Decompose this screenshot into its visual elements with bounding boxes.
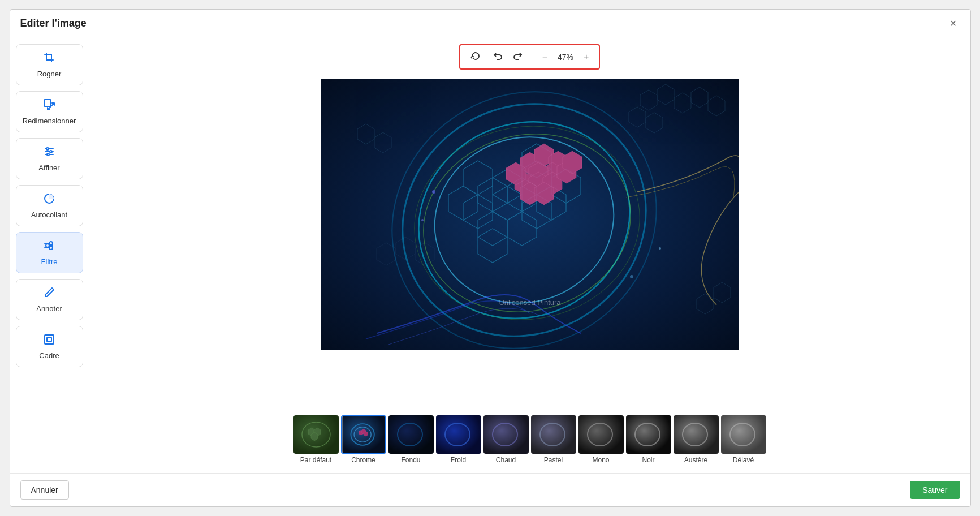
svg-marker-81 [364, 431, 368, 436]
frame-icon [43, 333, 55, 349]
svg-rect-88 [531, 415, 576, 454]
filter-item-noir[interactable]: Noir [626, 415, 671, 464]
reset-button[interactable] [466, 49, 485, 65]
sidebar-label-autocollant: Autocollant [31, 210, 67, 219]
filter-label-noir: Noir [642, 456, 654, 464]
svg-point-5 [46, 148, 49, 150]
svg-rect-94 [674, 415, 719, 454]
filter-thumb-chaud [483, 415, 529, 454]
svg-rect-17 [321, 79, 739, 350]
filter-thumb-chrome [341, 415, 386, 454]
svg-point-64 [421, 219, 424, 221]
image-canvas[interactable]: Unlicensed Pintura [321, 79, 739, 350]
redo-button[interactable] [509, 49, 528, 65]
sidebar-item-annoter[interactable]: Annoter [16, 279, 83, 320]
filter-thumb-noir [626, 415, 671, 454]
svg-point-6 [50, 150, 52, 153]
svg-rect-1 [44, 100, 51, 106]
zoom-level: 47% [554, 53, 577, 62]
filter-thumb-pastel [531, 415, 576, 454]
resize-icon [43, 98, 55, 114]
filter-label-austere: Austère [684, 456, 707, 464]
filter-item-austere[interactable]: Austère [674, 415, 719, 464]
svg-rect-82 [388, 415, 434, 454]
svg-rect-15 [45, 335, 54, 344]
sidebar-label-redimensionner: Redimensionner [23, 117, 76, 125]
edit-image-dialog: Editer l'image × Rogner [10, 9, 971, 507]
sidebar-label-cadre: Cadre [39, 351, 59, 360]
filter-strip: Par défaut [288, 415, 772, 464]
bottom-bar: Annuler Sauver [10, 473, 970, 506]
filter-item-par-defaut[interactable]: Par défaut [293, 415, 339, 464]
svg-point-65 [630, 275, 633, 278]
sidebar-label-filtre: Filtre [41, 257, 58, 266]
sidebar-label-affiner: Affiner [38, 164, 59, 172]
filter-label-froid: Froid [451, 456, 466, 464]
filter-thumb-froid [436, 415, 481, 454]
filter-thumb-austere [674, 415, 719, 454]
sidebar-item-rogner[interactable]: Rogner [16, 44, 83, 85]
sidebar-item-autocollant[interactable]: Autocollant [16, 185, 83, 226]
sidebar-label-rogner: Rogner [37, 70, 62, 78]
filter-label-mono: Mono [592, 456, 609, 464]
svg-point-66 [659, 247, 661, 250]
svg-rect-96 [721, 415, 766, 454]
toolbar-separator [533, 51, 533, 63]
sidebar-item-affiner[interactable]: Affiner [16, 138, 83, 179]
svg-rect-84 [436, 415, 481, 454]
image-toolbar: − 47% + [459, 44, 601, 70]
filter-item-fondu[interactable]: Fondu [388, 415, 434, 464]
filter-label-fondu: Fondu [401, 456, 420, 464]
main-area: − 47% + [89, 35, 970, 473]
zoom-out-button[interactable]: − [538, 50, 552, 64]
dialog-header: Editer l'image × [10, 10, 970, 35]
svg-rect-90 [578, 415, 624, 454]
sliders-icon [43, 145, 55, 161]
filter-label-chrome: Chrome [351, 456, 375, 464]
dialog-title: Editer l'image [20, 18, 87, 29]
pencil-icon [43, 286, 55, 302]
sticker-icon [43, 192, 55, 208]
filter-label-par-defaut: Par défaut [300, 456, 331, 464]
save-button[interactable]: Sauver [910, 481, 960, 499]
sidebar-item-filtre[interactable]: Filtre [16, 232, 83, 273]
svg-text:Unlicensed Pintura: Unlicensed Pintura [499, 298, 561, 307]
sidebar: Rogner Redimensionner [10, 35, 89, 473]
filter-item-mono[interactable]: Mono [578, 415, 624, 464]
undo-button[interactable] [487, 49, 507, 65]
filter-icon [43, 239, 55, 255]
crop-icon [43, 51, 55, 67]
filter-thumb-delave [721, 415, 766, 454]
filter-label-pastel: Pastel [544, 456, 563, 464]
filter-label-chaud: Chaud [496, 456, 516, 464]
dialog-body: Rogner Redimensionner [10, 35, 970, 473]
filter-item-chrome[interactable]: Chrome [341, 415, 386, 464]
filter-thumb-mono [578, 415, 624, 454]
filter-thumb-fondu [388, 415, 434, 454]
cancel-button[interactable]: Annuler [20, 480, 69, 500]
sidebar-item-cadre[interactable]: Cadre [16, 326, 83, 367]
filter-item-froid[interactable]: Froid [436, 415, 481, 464]
svg-point-7 [47, 153, 49, 156]
filter-thumb-par-defaut [293, 415, 339, 454]
filter-item-delave[interactable]: Délavé [721, 415, 766, 464]
sidebar-label-annoter: Annoter [36, 304, 62, 313]
filter-label-delave: Délavé [733, 456, 754, 464]
sidebar-item-redimensionner[interactable]: Redimensionner [16, 91, 83, 132]
filter-item-chaud[interactable]: Chaud [483, 415, 529, 464]
filter-item-pastel[interactable]: Pastel [531, 415, 576, 464]
canvas-wrapper: Unlicensed Pintura [98, 79, 961, 408]
svg-rect-92 [626, 415, 671, 454]
svg-point-63 [432, 190, 435, 194]
svg-rect-86 [483, 415, 529, 454]
svg-rect-16 [47, 337, 51, 342]
close-button[interactable]: × [947, 16, 960, 30]
zoom-in-button[interactable]: + [579, 50, 593, 64]
